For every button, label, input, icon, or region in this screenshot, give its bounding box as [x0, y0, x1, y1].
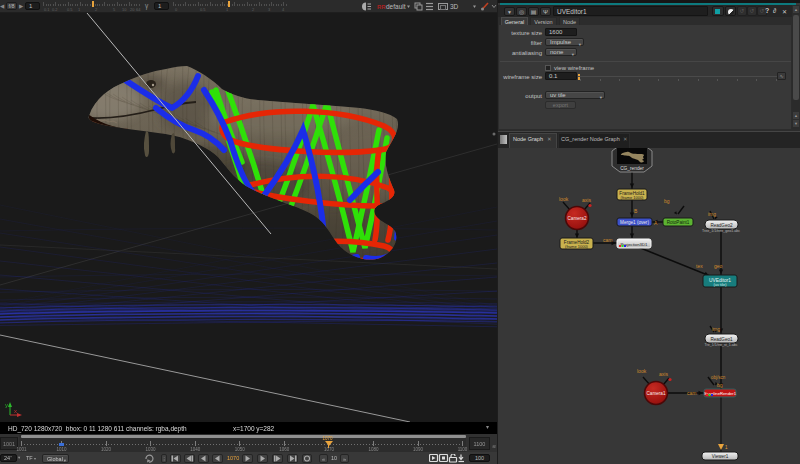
svg-text:obj/scn: obj/scn [711, 375, 726, 380]
svg-text:geo: geo [714, 263, 723, 269]
svg-text:RR: RR [377, 4, 386, 10]
svg-text:look: look [637, 368, 647, 374]
svg-text:RotoPaint1: RotoPaint1 [667, 220, 690, 225]
svg-text:default: default [386, 3, 406, 10]
svg-text:img: img [708, 211, 716, 217]
svg-text:Merge1 (over): Merge1 (over) [620, 220, 649, 225]
svg-text:look: look [559, 196, 569, 202]
svg-text:cam: cam [687, 390, 696, 396]
svg-text:axis: axis [582, 197, 591, 203]
svg-text:cam: cam [603, 237, 612, 243]
svg-text:img: img [712, 326, 720, 332]
svg-text:bg: bg [717, 382, 723, 388]
svg-text:3D: 3D [450, 3, 459, 10]
svg-text:ReadGeo2: ReadGeo2 [710, 223, 733, 228]
svg-text:tex: tex [696, 263, 703, 269]
svg-text:x: x [14, 408, 17, 414]
svg-text:Tre_1/1/tre_st_1.abc: Tre_1/1/tre_st_1.abc [704, 343, 737, 347]
svg-text:ReadGeo1: ReadGeo1 [710, 337, 733, 342]
svg-text:bg: bg [664, 198, 670, 204]
svg-text:Camera1: Camera1 [647, 391, 666, 396]
svg-text:CG_render: CG_render [620, 166, 644, 171]
svg-text:(frame 1000): (frame 1000) [565, 244, 589, 249]
svg-text:Camera2: Camera2 [568, 216, 587, 221]
svg-text:axis: axis [659, 371, 668, 377]
svg-text:(frame 1000): (frame 1000) [621, 195, 645, 200]
svg-text:(uv tile): (uv tile) [713, 282, 727, 287]
svg-text:y: y [5, 402, 8, 408]
svg-text:Tree_1/1/tree_geo1.abc: Tree_1/1/tree_geo1.abc [702, 229, 740, 233]
svg-text:Viewer1: Viewer1 [712, 454, 729, 459]
